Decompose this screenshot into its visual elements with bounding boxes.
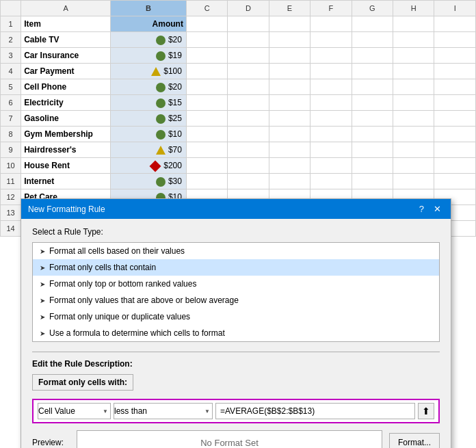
condition-select-wrapper[interactable]: between not between equal to not equal t… — [114, 403, 213, 419]
rule-type-item-5[interactable]: ➤ Format only unique or duplicate values — [33, 308, 439, 325]
section-divider — [32, 352, 440, 352]
diamond-red-icon — [150, 160, 161, 172]
amount-value: $15 — [168, 98, 182, 107]
preview-box: No Format Set — [77, 430, 382, 448]
row-num: 6 — [1, 95, 21, 111]
amount-value: $30 — [168, 176, 182, 186]
item-cell[interactable]: House Rent — [21, 158, 111, 174]
new-formatting-rule-dialog: New Formatting Rule ? ✕ Select a Rule Ty… — [21, 198, 451, 448]
table-row: 10House Rent$200 — [1, 158, 476, 174]
rule-type-item-6[interactable]: ➤ Use a formula to determine which cells… — [33, 325, 439, 341]
row-num: 5 — [1, 79, 21, 95]
rule-type-item-4[interactable]: ➤ Format only values that are above or b… — [33, 292, 439, 308]
rule-editor-row: Cell Value Specific Text Dates Occurring… — [32, 399, 440, 423]
col-header-h[interactable]: H — [393, 1, 434, 16]
amount-value: $20 — [168, 82, 182, 92]
dialog-titlebar-buttons: ? ✕ — [416, 203, 444, 215]
amount-cell[interactable]: $25 — [111, 111, 187, 127]
amount-cell[interactable]: $10 — [111, 127, 187, 142]
dialog-help-button[interactable]: ? — [416, 203, 427, 215]
circle-green-icon — [156, 51, 166, 61]
col-header-b[interactable]: B — [111, 1, 187, 16]
circle-green-icon — [156, 83, 166, 92]
no-format-label: No Format Set — [200, 438, 259, 448]
dialog-titlebar: New Formatting Rule ? ✕ — [21, 199, 451, 219]
rule-type-label-6: Use a formula to determine which cells t… — [49, 328, 225, 338]
format-cells-label: Format only cells with: — [32, 374, 133, 391]
item-cell[interactable]: Car Insurance — [21, 48, 111, 64]
collapse-button[interactable]: ⬆ — [418, 403, 434, 419]
formula-input[interactable] — [215, 403, 415, 419]
col-header-e[interactable]: E — [269, 1, 310, 16]
dialog-body: Select a Rule Type: ➤ Format all cells b… — [21, 219, 451, 448]
arrow-icon-5: ➤ — [40, 313, 45, 321]
item-cell[interactable]: Internet — [21, 174, 111, 189]
collapse-icon: ⬆ — [422, 406, 430, 417]
table-row: 6Electricity$15 — [1, 95, 476, 111]
row-num: 3 — [1, 48, 21, 64]
corner-cell — [1, 1, 21, 16]
col-header-d[interactable]: D — [228, 1, 269, 16]
arrow-icon-2: ➤ — [40, 264, 45, 272]
row-num: 7 — [1, 111, 21, 127]
row-num: 13 — [1, 205, 21, 221]
table-row: 7Gasoline$25 — [1, 111, 476, 127]
amount-cell[interactable]: $200 — [111, 158, 187, 174]
col-header-c[interactable]: C — [186, 1, 227, 16]
row-num: 14 — [1, 221, 21, 237]
rule-type-label-4: Format only values that are above or bel… — [49, 295, 239, 305]
table-row: 5Cell Phone$20 — [1, 79, 476, 95]
row-num: 2 — [1, 32, 21, 48]
cell-value-select-wrapper[interactable]: Cell Value Specific Text Dates Occurring… — [38, 403, 111, 419]
edit-rule-section-label: Edit the Rule Description: — [32, 359, 440, 369]
amount-value: $10 — [168, 129, 182, 139]
circle-green-icon — [156, 36, 166, 45]
row-num: 10 — [1, 158, 21, 174]
preview-row: Preview: No Format Set Format... — [32, 430, 440, 448]
rule-type-item-2[interactable]: ➤ Format only cells that contain — [33, 259, 439, 276]
amount-value: $25 — [168, 114, 182, 123]
amount-header[interactable]: Amount — [111, 16, 187, 32]
preview-label: Preview: — [32, 438, 70, 447]
row-num: 11 — [1, 174, 21, 189]
amount-cell[interactable]: $70 — [111, 142, 187, 158]
col-header-a[interactable]: A — [21, 1, 111, 16]
arrow-icon-3: ➤ — [40, 280, 45, 288]
item-cell[interactable]: Cell Phone — [21, 79, 111, 95]
dialog-title: New Formatting Rule — [28, 205, 105, 214]
amount-cell[interactable]: $30 — [111, 174, 187, 189]
col-header-f[interactable]: F — [310, 1, 352, 16]
table-row: 1 Item Amount — [1, 16, 476, 32]
circle-green-icon — [156, 114, 166, 124]
rule-type-item-1[interactable]: ➤ Format all cells based on their values — [33, 243, 439, 259]
table-row: 11Internet$30 — [1, 174, 476, 189]
arrow-icon-4: ➤ — [40, 297, 45, 304]
row-num: 4 — [1, 64, 21, 79]
amount-cell[interactable]: $20 — [111, 79, 187, 95]
item-cell[interactable]: Gasoline — [21, 111, 111, 127]
amount-cell[interactable]: $15 — [111, 95, 187, 111]
row-num: 8 — [1, 127, 21, 142]
amount-cell[interactable]: $19 — [111, 48, 187, 64]
item-cell[interactable]: Cable TV — [21, 32, 111, 48]
cell-value-select[interactable]: Cell Value Specific Text Dates Occurring… — [38, 403, 111, 419]
amount-value: $100 — [163, 66, 182, 76]
rule-type-label-1: Format all cells based on their values — [49, 246, 185, 256]
format-button[interactable]: Format... — [389, 433, 440, 448]
item-cell[interactable]: Hairdresser's — [21, 142, 111, 158]
table-row: 4Car Payment$100 — [1, 64, 476, 79]
col-header-i[interactable]: I — [434, 1, 476, 16]
item-cell[interactable]: Gym Membership — [21, 127, 111, 142]
dialog-close-button[interactable]: ✕ — [431, 203, 444, 215]
col-header-g[interactable]: G — [352, 1, 393, 16]
amount-cell[interactable]: $100 — [111, 64, 187, 79]
amount-cell[interactable]: $20 — [111, 32, 187, 48]
rule-type-item-3[interactable]: ➤ Format only top or bottom ranked value… — [33, 276, 439, 292]
item-header[interactable]: Item — [21, 16, 111, 32]
item-cell[interactable]: Car Payment — [21, 64, 111, 79]
triangle-yellow-icon — [151, 67, 161, 76]
arrow-icon-6: ➤ — [40, 330, 45, 337]
item-cell[interactable]: Electricity — [21, 95, 111, 111]
row-num: 9 — [1, 142, 21, 158]
condition-select[interactable]: between not between equal to not equal t… — [114, 403, 213, 419]
